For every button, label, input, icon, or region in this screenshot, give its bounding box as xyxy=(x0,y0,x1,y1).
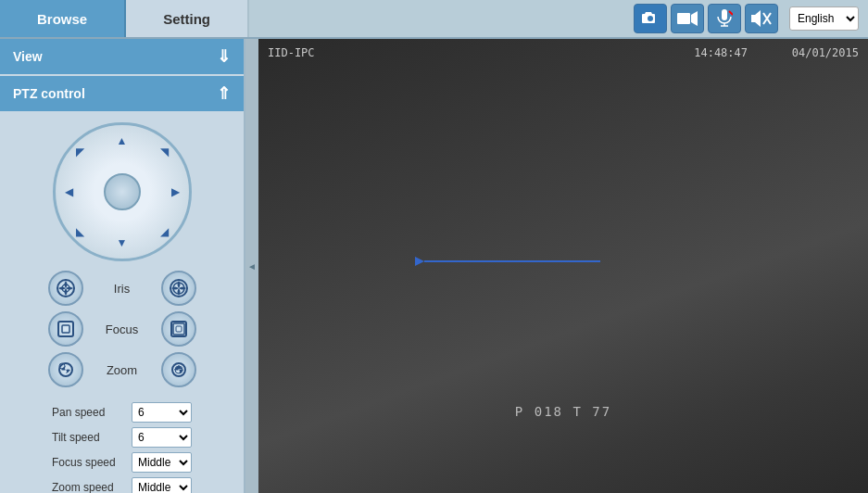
pan-speed-select[interactable]: 6 12345 78910 xyxy=(132,402,192,423)
svg-rect-13 xyxy=(58,322,73,336)
main-layout: View ⇓ PTZ control ⇑ ◤ ▲ ◥ ◀ ▶ ◣ ▼ ◢ xyxy=(0,39,868,493)
iris-close-icon xyxy=(169,278,189,298)
zoom-out-button[interactable] xyxy=(48,352,83,387)
resize-handle[interactable]: ◄ xyxy=(245,39,258,493)
language-select[interactable]: English Chinese xyxy=(789,6,859,31)
video-button[interactable] xyxy=(671,4,704,33)
camera-id-label: IID-IPC xyxy=(268,46,315,59)
pan-speed-label: Pan speed xyxy=(52,406,126,419)
zoom-out-icon xyxy=(56,360,76,380)
iris-label: Iris xyxy=(114,282,130,296)
ptz-down-right-arrow[interactable]: ◢ xyxy=(160,225,169,238)
focus-label: Focus xyxy=(106,322,138,336)
mute-icon xyxy=(751,10,772,27)
ptz-section-header[interactable]: PTZ control ⇑ xyxy=(0,76,244,111)
pan-speed-row: Pan speed 6 12345 78910 xyxy=(52,402,192,423)
ptz-down-arrow[interactable]: ▼ xyxy=(117,236,128,249)
view-section-header[interactable]: View ⇓ xyxy=(0,39,244,74)
ptz-up-right-arrow[interactable]: ◥ xyxy=(160,145,169,158)
setting-tab-label: Setting xyxy=(163,11,210,27)
video-date-label: 04/01/2015 xyxy=(792,46,859,59)
mic-button[interactable] xyxy=(708,4,741,33)
video-area: IID-IPC 14:48:47 04/01/2015 P 018 T 77 xyxy=(258,39,868,493)
svg-rect-0 xyxy=(677,13,690,24)
ptz-circle[interactable]: ◤ ▲ ◥ ◀ ▶ ◣ ▼ ◢ xyxy=(53,122,192,261)
svg-marker-1 xyxy=(691,11,698,26)
camera-button[interactable] xyxy=(634,4,667,33)
browse-tab-label: Browse xyxy=(37,11,87,27)
mic-icon xyxy=(716,9,733,28)
focus-speed-row: Focus speed Middle Slow Fast xyxy=(52,452,192,473)
view-chevron-icon: ⇓ xyxy=(217,46,231,67)
focus-far-icon xyxy=(169,319,189,339)
zoom-speed-label: Zoom speed xyxy=(52,481,126,493)
ptz-info-label: P 018 T 77 xyxy=(515,404,611,419)
ptz-right-arrow[interactable]: ▶ xyxy=(171,185,180,198)
video-time-label: 14:48:47 xyxy=(694,46,748,59)
zoom-in-button[interactable] xyxy=(161,352,196,387)
zoom-speed-select[interactable]: Middle Slow Fast xyxy=(132,477,192,493)
speed-controls: Pan speed 6 12345 78910 Tilt speed 6 123… xyxy=(37,397,207,493)
view-label: View xyxy=(13,49,43,64)
camera-icon xyxy=(641,9,660,28)
ptz-chevron-icon: ⇑ xyxy=(217,83,231,104)
svg-line-5 xyxy=(729,11,733,15)
focus-near-button[interactable] xyxy=(48,311,83,347)
iris-open-button[interactable] xyxy=(48,271,83,306)
iris-open-icon xyxy=(56,278,76,298)
focus-speed-select[interactable]: Middle Slow Fast xyxy=(132,452,192,473)
zoom-label: Zoom xyxy=(107,363,137,377)
ptz-container: ◤ ▲ ◥ ◀ ▶ ◣ ▼ ◢ xyxy=(0,113,244,493)
zoom-in-icon xyxy=(169,360,189,380)
blue-arrow-indicator xyxy=(415,247,600,278)
tab-setting[interactable]: Setting xyxy=(126,0,249,37)
top-icon-group: English Chinese xyxy=(624,0,868,37)
sidebar: View ⇓ PTZ control ⇑ ◤ ▲ ◥ ◀ ▶ ◣ ▼ ◢ xyxy=(0,39,245,493)
tilt-speed-row: Tilt speed 6 12345 78910 xyxy=(52,427,192,448)
svg-marker-6 xyxy=(751,10,761,27)
tilt-speed-label: Tilt speed xyxy=(52,431,126,444)
video-icon xyxy=(677,11,698,26)
ptz-up-left-arrow[interactable]: ◤ xyxy=(76,145,84,158)
ptz-controls: Iris xyxy=(43,271,202,387)
svg-rect-14 xyxy=(62,325,69,333)
ptz-label: PTZ control xyxy=(13,86,85,101)
tilt-speed-select[interactable]: 6 12345 78910 xyxy=(132,427,192,448)
ptz-down-left-arrow[interactable]: ◣ xyxy=(76,225,84,238)
svg-rect-16 xyxy=(173,323,184,335)
focus-near-icon xyxy=(56,319,76,339)
ptz-center-button[interactable] xyxy=(104,173,141,210)
tab-browse[interactable]: Browse xyxy=(0,0,126,37)
top-bar: Browse Setting xyxy=(0,0,868,39)
focus-speed-label: Focus speed xyxy=(52,456,126,469)
ptz-up-arrow[interactable]: ▲ xyxy=(117,134,128,147)
mute-button[interactable] xyxy=(745,4,778,33)
focus-far-button[interactable] xyxy=(161,311,196,347)
iris-close-button[interactable] xyxy=(161,271,196,306)
resize-handle-icon: ◄ xyxy=(247,261,257,272)
zoom-speed-row: Zoom speed Middle Slow Fast xyxy=(52,477,192,493)
ptz-left-arrow[interactable]: ◀ xyxy=(65,185,73,198)
svg-rect-2 xyxy=(722,9,727,20)
svg-rect-17 xyxy=(176,326,182,332)
